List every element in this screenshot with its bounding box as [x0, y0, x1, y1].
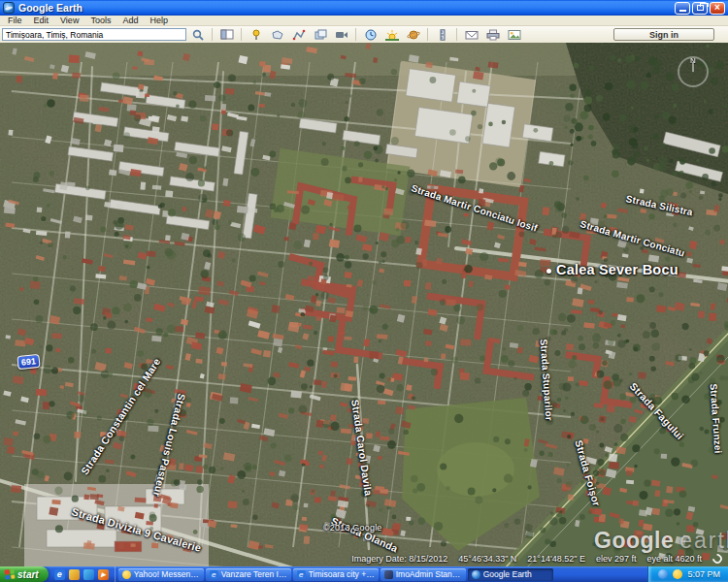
- add-placemark-button[interactable]: [246, 27, 266, 42]
- poi-dot-icon: [546, 269, 551, 274]
- map-status-bar: Imagery Date: 8/15/2012 45°46'34.33" N 2…: [0, 554, 722, 564]
- google-earth-icon: [472, 570, 480, 579]
- save-image-button[interactable]: [504, 27, 524, 42]
- email-icon: [465, 29, 479, 41]
- eye-altitude: eye alt 4620 ft: [646, 554, 702, 564]
- menu-edit[interactable]: Edit: [28, 16, 55, 25]
- planets-icon: [407, 29, 420, 41]
- internet-explorer-icon: e: [297, 570, 306, 579]
- add-polygon-button[interactable]: [267, 27, 287, 42]
- save-image-icon: [508, 29, 521, 41]
- task-yahoo-messenger[interactable]: Yahoo! Messenger: [118, 568, 204, 581]
- sidebar-icon: [220, 29, 234, 40]
- google-earth-logo-icon: [3, 2, 15, 14]
- streaming-indicator-icon: [711, 552, 724, 566]
- historical-imagery-button[interactable]: [360, 27, 381, 42]
- menu-bar: File Edit View Tools Add Help: [0, 16, 728, 26]
- satellite-map-viewport[interactable]: Calea Sever Bocu Strada Divizia 9 Cavale…: [0, 43, 728, 566]
- menu-add[interactable]: Add: [116, 16, 144, 25]
- minimize-button[interactable]: [675, 2, 690, 15]
- email-button[interactable]: [461, 27, 481, 42]
- record-tour-button[interactable]: [331, 27, 351, 42]
- yahoo-smiley-icon: [122, 570, 131, 579]
- ruler-icon: [436, 29, 449, 41]
- menu-tools[interactable]: Tools: [84, 16, 116, 25]
- add-image-overlay-button[interactable]: [310, 27, 330, 42]
- close-button[interactable]: ×: [710, 2, 725, 15]
- search-icon: [191, 29, 205, 41]
- sunlight-icon: [385, 29, 399, 41]
- quick-launch-bar: e ▸: [49, 566, 116, 582]
- title-bar[interactable]: Google Earth ×: [0, 0, 728, 16]
- internet-explorer-icon: e: [210, 570, 218, 579]
- toolbar-separator: [427, 28, 428, 41]
- longitude: 21°14'48.52" E: [527, 554, 585, 564]
- toolbar-separator: [241, 28, 242, 41]
- compass-control[interactable]: N: [678, 56, 709, 87]
- internet-explorer-icon[interactable]: e: [54, 569, 65, 580]
- windows-flag-icon: [5, 569, 16, 580]
- menu-file[interactable]: File: [2, 16, 28, 25]
- task-buttons: Yahoo! Messenger e Vanzare Teren Ion Io.…: [116, 566, 648, 582]
- window-title: Google Earth: [18, 2, 675, 14]
- road-shield-badge: 691: [17, 354, 40, 370]
- place-label: Calea Sever Bocu: [546, 262, 678, 277]
- path-icon: [292, 29, 306, 41]
- msn-messenger-icon[interactable]: [83, 569, 94, 580]
- latitude: 45°46'34.33" N: [458, 554, 516, 564]
- menu-view[interactable]: View: [54, 16, 84, 25]
- task-imoadmin[interactable]: ImoAdmin Standard (...: [381, 568, 466, 581]
- sign-in-button[interactable]: Sign in: [613, 28, 714, 41]
- image-overlay-icon: [314, 29, 327, 41]
- toolbar-separator: [355, 28, 356, 41]
- toolbar: Sign in: [0, 26, 728, 43]
- restore-button[interactable]: [692, 2, 708, 15]
- toolbar-separator: [456, 28, 457, 41]
- messenger-tray-icon[interactable]: [658, 569, 668, 579]
- compass-tick: [692, 62, 694, 72]
- start-button[interactable]: start: [0, 566, 49, 582]
- windows-media-player-icon[interactable]: ▸: [98, 569, 109, 580]
- imagery-date: Imagery Date: 8/15/2012: [351, 554, 447, 564]
- windows-taskbar: start e ▸ Yahoo! Messenger e Vanzare Ter…: [0, 566, 728, 582]
- system-tray: 5:07 PM: [647, 566, 728, 582]
- map-copyright: ©2013 Google: [323, 523, 382, 533]
- imoadmin-icon: [384, 570, 393, 579]
- elevation: elev 297 ft: [596, 554, 637, 564]
- placemark-icon: [249, 29, 263, 41]
- task-vanzare-teren[interactable]: e Vanzare Teren Ion Io...: [206, 568, 291, 581]
- clock[interactable]: 5:07 PM: [687, 569, 720, 579]
- historical-imagery-icon: [364, 29, 378, 41]
- search-button[interactable]: [187, 27, 208, 42]
- outlook-express-icon[interactable]: [69, 569, 80, 580]
- search-input[interactable]: [2, 28, 186, 41]
- yahoo-smiley-tray-icon[interactable]: [673, 569, 682, 579]
- print-button[interactable]: [482, 27, 503, 42]
- sidebar-toggle-button[interactable]: [216, 27, 237, 42]
- ruler-button[interactable]: [432, 27, 452, 42]
- record-tour-icon: [335, 29, 348, 41]
- task-google-earth[interactable]: Google Earth: [468, 568, 553, 581]
- polygon-icon: [271, 29, 284, 41]
- add-path-button[interactable]: [288, 27, 309, 42]
- google-earth-window: Google Earth × File Edit View Tools Add …: [0, 0, 728, 582]
- planets-button[interactable]: [403, 27, 423, 42]
- toolbar-separator: [212, 28, 213, 41]
- menu-help[interactable]: Help: [144, 16, 174, 25]
- sunlight-button[interactable]: [381, 27, 402, 42]
- google-earth-watermark: Googleearth: [594, 528, 728, 554]
- print-icon: [486, 29, 500, 41]
- task-timisoara-city-map[interactable]: e Timisoara city + map2...: [293, 568, 379, 581]
